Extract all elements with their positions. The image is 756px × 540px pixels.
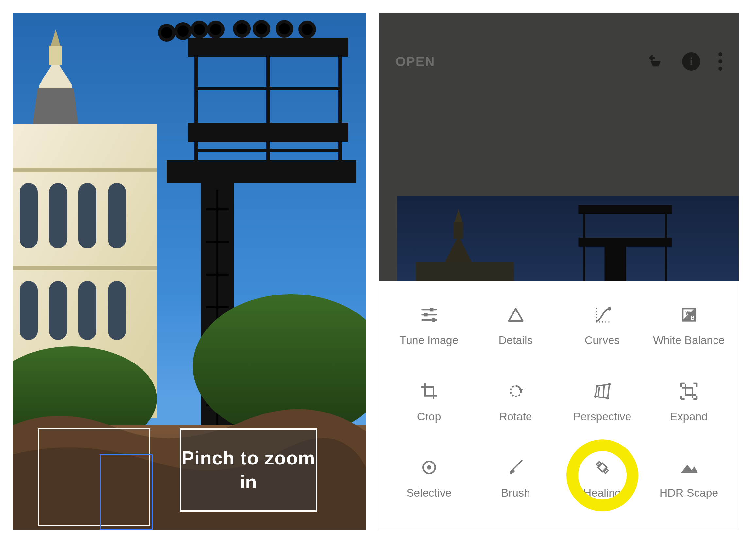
- info-icon[interactable]: i: [682, 52, 700, 70]
- tool-curves[interactable]: Curves: [559, 288, 646, 364]
- tool-expand[interactable]: Expand: [646, 364, 732, 440]
- svg-point-38: [254, 22, 269, 36]
- svg-rect-13: [108, 281, 126, 340]
- tool-label: Expand: [670, 410, 707, 424]
- svg-rect-6: [20, 183, 38, 248]
- tool-white-balance[interactable]: W B White Balance: [646, 288, 732, 364]
- tools-grid: Tune Image Details Curves W B: [379, 281, 739, 530]
- tool-crop[interactable]: Crop: [386, 364, 472, 440]
- healing-icon: [592, 457, 613, 478]
- svg-rect-48: [416, 261, 514, 281]
- svg-point-40: [300, 22, 315, 37]
- svg-rect-11: [49, 281, 67, 340]
- rotate-icon: [505, 381, 526, 402]
- svg-marker-5: [33, 88, 78, 124]
- svg-rect-57: [424, 313, 428, 317]
- details-icon: [505, 304, 526, 325]
- svg-rect-59: [432, 318, 436, 322]
- svg-point-71: [608, 383, 611, 385]
- svg-point-77: [427, 465, 431, 470]
- tool-details[interactable]: Details: [472, 288, 559, 364]
- svg-marker-68: [518, 389, 524, 391]
- svg-point-73: [594, 395, 596, 398]
- tool-label: Tune Image: [399, 333, 458, 347]
- tool-perspective[interactable]: Perspective: [559, 364, 646, 440]
- tool-label: Healing: [583, 486, 621, 500]
- undo-stack-icon[interactable]: [647, 53, 664, 70]
- svg-point-33: [160, 26, 174, 40]
- expand-icon: [679, 381, 699, 402]
- svg-line-75: [603, 385, 604, 397]
- tool-label: Details: [499, 333, 533, 347]
- svg-rect-50: [579, 239, 671, 246]
- svg-point-39: [277, 22, 292, 36]
- tool-label: Perspective: [573, 410, 631, 424]
- svg-rect-16: [189, 39, 346, 55]
- svg-rect-49: [579, 206, 671, 213]
- selection-box-active: [100, 454, 153, 530]
- hdr-scape-icon: [679, 457, 699, 478]
- editor-panel: OPEN i: [379, 13, 739, 530]
- tool-label: Brush: [501, 486, 530, 500]
- left-photo-preview: Pinch to zoom in: [13, 13, 366, 530]
- selective-icon: [419, 457, 440, 478]
- pinch-zoom-hint: Pinch to zoom in: [180, 428, 317, 511]
- tool-tune-image[interactable]: Tune Image: [386, 288, 472, 364]
- svg-point-70: [596, 385, 598, 387]
- svg-point-36: [208, 22, 223, 37]
- tool-healing[interactable]: Healing: [559, 440, 646, 516]
- svg-marker-60: [509, 309, 523, 321]
- svg-rect-9: [108, 183, 126, 248]
- svg-point-63: [608, 307, 611, 311]
- perspective-icon: [592, 381, 613, 402]
- svg-point-34: [176, 24, 190, 38]
- crop-icon: [419, 381, 440, 402]
- tool-label: Rotate: [499, 410, 532, 424]
- tool-rotate[interactable]: Rotate: [472, 364, 559, 440]
- photo-thumbnail[interactable]: [397, 196, 739, 281]
- pinch-zoom-hint-text: Pinch to zoom in: [181, 446, 316, 493]
- svg-point-37: [235, 22, 249, 36]
- svg-marker-85: [681, 465, 698, 472]
- svg-line-74: [598, 387, 599, 395]
- tune-icon: [419, 304, 440, 325]
- top-bar-actions: i: [647, 52, 722, 70]
- tool-label: Curves: [585, 333, 620, 347]
- editor-top-bar: OPEN i: [379, 52, 739, 70]
- brush-icon: [505, 457, 526, 478]
- svg-point-35: [192, 22, 206, 37]
- svg-rect-53: [606, 246, 625, 281]
- tool-brush[interactable]: Brush: [472, 440, 559, 516]
- tool-selective[interactable]: Selective: [386, 440, 472, 516]
- svg-text:W: W: [686, 310, 691, 316]
- tool-hdr-scape[interactable]: HDR Scape: [646, 440, 732, 516]
- more-options-icon[interactable]: [718, 52, 722, 70]
- tool-label: HDR Scape: [660, 486, 718, 500]
- svg-point-72: [606, 397, 609, 399]
- svg-rect-10: [20, 281, 38, 340]
- svg-rect-46: [454, 222, 463, 239]
- svg-rect-55: [430, 308, 434, 312]
- editor-top-area: OPEN i: [379, 13, 739, 281]
- open-button[interactable]: OPEN: [396, 54, 435, 69]
- svg-rect-8: [78, 183, 96, 248]
- tool-label: White Balance: [653, 333, 725, 347]
- svg-text:B: B: [691, 315, 694, 321]
- tool-label: Crop: [417, 410, 441, 424]
- white-balance-icon: W B: [679, 304, 699, 325]
- curves-icon: [592, 304, 613, 325]
- tool-label: Selective: [407, 486, 452, 500]
- svg-rect-3: [49, 46, 62, 66]
- svg-rect-7: [49, 183, 67, 248]
- svg-rect-12: [78, 281, 96, 340]
